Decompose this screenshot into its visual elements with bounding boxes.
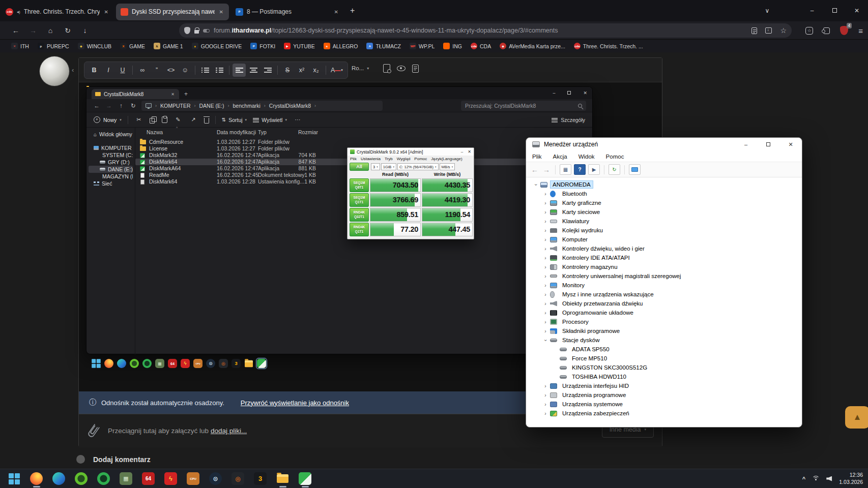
strikethrough-button[interactable]: S	[281, 64, 294, 77]
breadcrumb-item[interactable]: CrystalDiskMark8	[269, 103, 311, 109]
cdm-close-button[interactable]: ✕	[468, 149, 471, 154]
share-icon[interactable]: ↗	[189, 116, 198, 123]
tree-chevron-icon[interactable]: ›	[542, 219, 549, 224]
device-tree-item[interactable]: ›Kontrolery magazynu	[527, 262, 801, 271]
cdm-selector[interactable]: C: 12% (56/476GiB)▾	[397, 163, 439, 170]
file-row[interactable]: CdmResource1.03.2026 12:27Folder plików	[135, 139, 588, 145]
cdm-menu-item[interactable]: Pomoc	[414, 157, 427, 161]
reader-view-icon[interactable]	[751, 27, 757, 34]
sidebar-item-system-c-[interactable]: SYSTEM (C:)	[89, 151, 133, 159]
quote-button[interactable]: ”	[150, 64, 163, 77]
bookmark-item[interactable]: ▶YUTUBE	[284, 43, 315, 49]
tab-close-icon[interactable]: ✕	[333, 8, 339, 16]
devmgr-help-icon[interactable]: ?	[574, 164, 586, 175]
copy-icon[interactable]	[150, 116, 156, 123]
device-tree-item[interactable]: ›Karty graficzne	[527, 198, 801, 207]
tree-chevron-icon[interactable]: ›	[542, 191, 549, 197]
devmgr-back-icon[interactable]: ←	[530, 166, 539, 174]
tree-chevron-icon[interactable]: ›	[542, 383, 549, 389]
scroll-to-top-button[interactable]: ▲	[845, 406, 868, 429]
taskbar-icon-cpu-z[interactable]: CPU	[186, 471, 200, 486]
eye-icon[interactable]	[397, 66, 406, 71]
explorer-back-icon[interactable]: ←	[93, 103, 101, 109]
taskbar-icon-steam[interactable]: ⊙	[209, 471, 222, 486]
device-tree-item[interactable]: KINGSTON SKC3000S512G	[527, 363, 801, 372]
underline-button[interactable]: U	[116, 64, 129, 77]
window-minimize-button[interactable]: –	[801, 7, 823, 14]
devmgr-menu-akcja[interactable]: Akcja	[553, 154, 567, 160]
tree-chevron-icon[interactable]: ›	[533, 181, 539, 188]
align-center-button[interactable]	[247, 64, 260, 77]
devmgr-properties-icon[interactable]: ▦	[560, 164, 571, 175]
sidebar-item-komputer[interactable]: KOMPUTER	[89, 144, 133, 151]
delete-icon[interactable]	[204, 118, 209, 124]
menu-icon[interactable]: ≡	[858, 26, 863, 35]
column-header[interactable]: Nazwa	[147, 129, 163, 135]
bookmark-star-icon[interactable]: ☆	[780, 26, 787, 35]
url-text[interactable]: forum.ithardware.pl/topic/12663-dyski-ss…	[214, 27, 747, 34]
tree-chevron-icon[interactable]: ›	[542, 319, 549, 325]
extensions-star-icon[interactable]: ☆	[805, 27, 813, 35]
taskbar-icon-pcmark-64[interactable]: 64	[141, 471, 155, 486]
url-bar[interactable]: forum.ithardware.pl/topic/12663-dyski-ss…	[179, 23, 792, 38]
tab-list-icon[interactable]: ∨	[756, 7, 778, 14]
breadcrumb-item[interactable]: benchmarki	[233, 103, 261, 109]
device-tree-item[interactable]: ›Obiekty przetwarzania dźwięku	[527, 299, 801, 308]
sidebar-item-dane-e-[interactable]: DANE (E:)	[89, 166, 133, 173]
window-close-button[interactable]: ✕	[846, 7, 868, 14]
more-icon[interactable]: ⋯	[293, 116, 302, 123]
numbered-list-button[interactable]	[213, 64, 226, 77]
home-icon[interactable]: ⌂	[42, 26, 59, 35]
superscript-button[interactable]: x²	[295, 64, 308, 77]
taskbar-icon-firefox[interactable]	[30, 471, 43, 486]
devmgr-menu-widok[interactable]: Widok	[578, 154, 595, 160]
details-button[interactable]: Szczegóły	[552, 117, 585, 123]
device-tree-item[interactable]: ›Kontrolery uniwersalnej magistrali szer…	[527, 271, 801, 281]
lock-icon[interactable]	[194, 30, 199, 34]
device-tree-item[interactable]: ›ANDROMEDA	[527, 180, 801, 189]
cdm-test-label[interactable]: RND4KQ32T1	[350, 208, 369, 222]
tree-chevron-icon[interactable]: ›	[542, 328, 549, 334]
device-tree-item[interactable]: ›Stacje dysków	[527, 336, 801, 345]
device-tree-item[interactable]: ›Urządzenia zabezpieczeń	[527, 409, 801, 418]
device-tree-item[interactable]: ›Procesory	[527, 317, 801, 326]
new-tab-button[interactable]: +	[350, 6, 355, 15]
save-page-icon[interactable]	[765, 27, 772, 34]
devmgr-menu-pomoc[interactable]: Pomoc	[606, 154, 624, 160]
tree-chevron-icon[interactable]: ›	[542, 392, 549, 398]
taskbar-icon-file-explorer[interactable]	[276, 471, 290, 486]
devmgr-minimize-button[interactable]: –	[735, 138, 757, 151]
explorer-tab[interactable]: CrystalDiskMark8 ✕	[92, 89, 179, 99]
new-button[interactable]: +Nowy▾	[94, 116, 122, 123]
view-button[interactable]: Wyświetl▾	[253, 117, 287, 123]
paste-icon[interactable]	[162, 116, 167, 123]
bookmark-item[interactable]: cdaThree. Christs. Trzech. ...	[574, 43, 643, 49]
bookmark-item[interactable]: ✕ITH	[11, 43, 29, 49]
permissions-icon[interactable]	[203, 29, 210, 33]
breadcrumb-item[interactable]: KOMPUTER	[160, 103, 191, 109]
bookmark-item[interactable]: ♞GAME 1	[154, 43, 183, 49]
devmgr-action-icon[interactable]: ▶	[588, 164, 600, 175]
cdm-menu-item[interactable]: Ustawienia	[361, 157, 381, 161]
tree-chevron-icon[interactable]: ›	[542, 246, 549, 252]
downloads-icon[interactable]: ↓	[76, 26, 94, 35]
cdm-menu-item[interactable]: Język(Language)	[431, 157, 462, 161]
sidebar-item-magazyn-f-[interactable]: MAGAZYN (F:)	[89, 173, 133, 180]
reload-icon[interactable]: ↻	[59, 26, 76, 35]
bookmark-item[interactable]: PFOTKI	[250, 43, 275, 49]
device-tree-item[interactable]: ›Bluetooth	[527, 189, 801, 198]
cdm-selector[interactable]: MB/s▾	[440, 163, 455, 170]
tree-chevron-icon[interactable]: ›	[542, 301, 549, 307]
explorer-forward-icon[interactable]: →	[105, 103, 113, 109]
taskbar-icon-green-player-2[interactable]	[97, 471, 110, 486]
device-tree-item[interactable]: ›Kolejki wydruku	[527, 226, 801, 235]
device-tree-item[interactable]: ›Urządzenia interfejsu HID	[527, 381, 801, 390]
cdm-selector[interactable]: 1GiB▾	[381, 163, 396, 170]
editor-collapse-icon[interactable]: ‹	[72, 66, 74, 74]
device-tree-item[interactable]: Force MP510	[527, 354, 801, 363]
tree-chevron-icon[interactable]: ›	[542, 200, 549, 206]
explorer-tab-close-icon[interactable]: ✕	[170, 91, 176, 98]
adblock-shield-icon[interactable]: 4	[840, 26, 848, 35]
bookmark-item[interactable]: aALLEGRO	[324, 43, 358, 49]
tree-chevron-icon[interactable]: ›	[542, 255, 549, 261]
